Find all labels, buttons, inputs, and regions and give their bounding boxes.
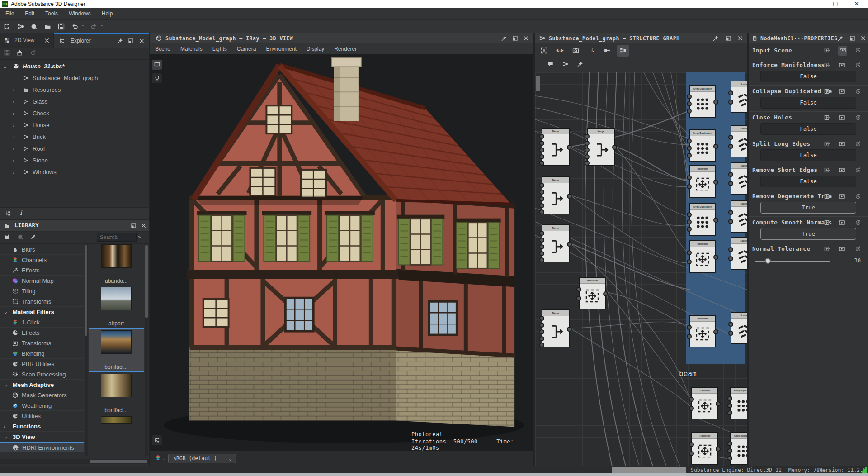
chevron-down-icon[interactable]: ⌄ [163,457,166,461]
input-port[interactable] [727,403,732,408]
input-port[interactable] [728,210,733,215]
pin-node-button[interactable] [574,59,586,71]
chevron-right-icon[interactable]: › [13,155,20,167]
input-port[interactable] [689,442,694,447]
reset-icon[interactable] [854,167,862,175]
edit-pencil-icon[interactable] [30,233,37,242]
chevron-right-icon[interactable]: › [4,421,5,432]
input-port[interactable] [539,257,544,262]
menu-help[interactable]: Help [96,8,118,19]
graph-node-merge[interactable]: Merge [542,176,570,214]
graph-node-transform[interactable]: Transform [689,240,716,273]
input-port[interactable] [689,451,694,456]
input-port[interactable] [728,322,733,327]
menu-edit[interactable]: Edit [19,8,40,19]
input-port[interactable] [689,397,694,402]
chevron-down-icon[interactable]: ⌄ [4,380,8,390]
light-icon[interactable] [152,73,162,83]
graph-node-merge[interactable]: Merge [542,309,570,347]
output-port[interactable] [713,329,718,334]
chevron-right-icon[interactable]: › [13,96,20,108]
input-port[interactable] [539,251,544,256]
input-port[interactable] [539,329,544,334]
reset-icon[interactable] [854,219,862,227]
input-port[interactable] [539,141,544,146]
input-port[interactable] [687,146,692,151]
preview-icon[interactable] [838,167,845,175]
graph-canvas[interactable]: MergeMergeMergeMergeMergeTransformArray … [535,72,747,466]
viewport-menu-renderer[interactable]: Renderer [329,43,362,54]
scene-tree-icon[interactable] [152,435,162,445]
input-port[interactable] [539,323,544,328]
search-input[interactable] [97,233,137,242]
property-value-remove-degenerate-tria[interactable]: True [760,202,856,214]
chevron-right-icon[interactable]: › [13,167,20,178]
input-port[interactable] [728,100,733,105]
input-port[interactable] [687,138,692,143]
property-value-remove-short-edges[interactable]: False [760,176,856,187]
library-item-blurs[interactable]: Blurs [0,244,84,255]
tree-item-house[interactable]: ›House [0,119,149,131]
expose-parameter-icon[interactable] [824,167,831,175]
output-port[interactable] [713,255,718,260]
new-package-button[interactable] [27,21,41,33]
preview-icon[interactable] [838,46,847,56]
reset-icon[interactable] [854,47,862,55]
viewport-menu-display[interactable]: Display [302,43,329,54]
output-port[interactable] [713,218,718,223]
input-port[interactable] [539,244,544,249]
output-port[interactable] [567,194,572,199]
expose-parameter-icon[interactable] [824,193,831,201]
graph-node-merge[interactable]: Merge [542,224,570,262]
library-item-3d-view[interactable]: ⌄3D View [0,432,84,442]
dock-icon[interactable] [130,222,137,230]
menu-windows[interactable]: Windows [63,8,96,19]
export-icon[interactable] [16,49,23,57]
tree-item-stone[interactable]: ›Stone [0,155,149,167]
dock-icon[interactable] [127,38,134,44]
preview-icon[interactable] [838,114,845,122]
redo-history-chevron-icon[interactable]: ⌄ [100,23,106,27]
menu-file[interactable]: File [0,8,19,19]
viewport-menu-lights[interactable]: Lights [208,43,232,54]
library-item-hdri-environments[interactable]: HDRI Environments [0,442,84,452]
preview-icon[interactable] [838,88,845,96]
graph-view-button[interactable] [617,45,629,57]
library-item-utilities[interactable]: Utilities [0,411,84,421]
node-info-button[interactable]: i [585,45,597,57]
input-port[interactable] [539,203,544,208]
refresh-icon[interactable] [30,49,37,57]
output-port[interactable] [603,291,608,296]
reset-icon[interactable] [854,140,862,148]
tab-explorer[interactable]: Explorer [54,33,149,48]
input-port[interactable] [539,154,544,159]
viewport-menu-materials[interactable]: Materials [175,43,208,54]
expose-parameter-icon[interactable] [824,114,831,122]
graph-node-transform[interactable]: Transform [689,315,716,347]
input-port[interactable] [539,183,544,188]
close-icon[interactable] [43,37,50,44]
expose-parameter-icon[interactable] [824,245,831,253]
new-graph-button[interactable] [14,21,27,33]
display-settings-icon[interactable] [152,60,162,70]
chevron-right-icon[interactable]: › [13,143,20,155]
property-value-enforce-manifoldness[interactable]: False [760,71,856,82]
input-port[interactable] [539,209,544,214]
tree-icon[interactable] [5,210,11,218]
input-port[interactable] [539,196,544,201]
library-scrollbar[interactable] [85,244,88,456]
graph-node-dots[interactable]: Array Duplication [730,387,747,419]
graph-node-merge[interactable]: Merge [587,128,615,166]
input-port[interactable] [585,148,590,152]
input-port[interactable] [687,325,692,330]
input-port[interactable] [539,148,544,152]
hdri-thumbnail-bonifaci[interactable]: bonifaci... [89,374,144,414]
new-package-icon[interactable] [17,233,24,242]
search-expand-icon[interactable]: » [138,234,141,240]
expose-parameter-icon[interactable] [824,140,831,148]
graph-node-transform[interactable]: Transform [579,277,606,309]
library-item-blending[interactable]: Blending [0,348,84,359]
reset-icon[interactable] [854,62,862,70]
expose-parameter-icon[interactable] [824,88,831,96]
preview-icon[interactable] [838,219,845,227]
